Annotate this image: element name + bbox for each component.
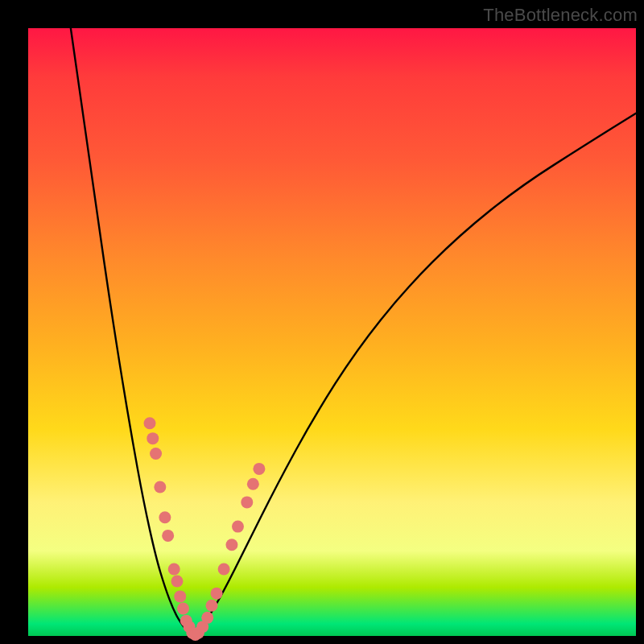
- data-marker: [247, 478, 259, 490]
- data-marker: [174, 590, 186, 602]
- data-marker: [211, 588, 223, 600]
- data-marker: [171, 576, 183, 588]
- outer-frame: TheBottleneck.com: [0, 0, 644, 644]
- data-marker: [154, 481, 166, 493]
- data-marker: [147, 432, 159, 444]
- data-marker: [206, 600, 218, 612]
- data-marker: [232, 521, 244, 533]
- data-marker: [162, 530, 174, 542]
- plot-svg: [28, 28, 636, 636]
- data-marker: [241, 496, 253, 508]
- data-marker: [225, 539, 237, 551]
- data-marker: [201, 612, 213, 624]
- data-marker: [177, 603, 189, 615]
- curve-group: [71, 28, 636, 636]
- curve-right: [192, 114, 636, 636]
- data-marker: [150, 448, 162, 460]
- marker-group: [144, 417, 266, 641]
- data-marker: [253, 463, 265, 475]
- watermark-text: TheBottleneck.com: [483, 5, 638, 26]
- data-marker: [218, 563, 230, 575]
- data-marker: [168, 563, 180, 575]
- data-marker: [144, 417, 156, 429]
- data-marker: [159, 511, 171, 523]
- curve-left: [71, 28, 192, 636]
